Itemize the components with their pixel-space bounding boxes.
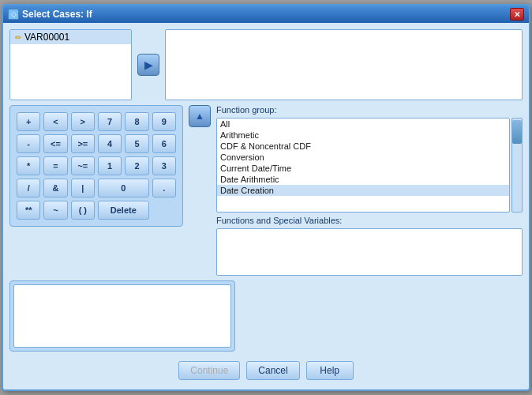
function-item-all[interactable]: All: [217, 118, 509, 130]
bottom-expression-panel: [9, 280, 235, 352]
btn-8[interactable]: 8: [125, 112, 148, 131]
variable-list[interactable]: ✏ VAR00001: [9, 29, 132, 100]
cancel-button[interactable]: Cancel: [246, 361, 299, 380]
btn-9[interactable]: 9: [152, 112, 176, 131]
btn-6[interactable]: 6: [152, 134, 176, 153]
close-button[interactable]: ✕: [510, 8, 524, 21]
up-arrow-button[interactable]: ▲: [189, 105, 211, 127]
bottom-area: [9, 280, 523, 352]
continue-button[interactable]: Continue: [178, 361, 240, 380]
btn-eq[interactable]: =: [43, 156, 67, 175]
function-item-cdf[interactable]: CDF & Noncentral CDF: [217, 141, 509, 152]
arrow-btn-area: ▶: [137, 29, 160, 100]
variable-label: VAR00001: [24, 32, 69, 43]
btn-lt[interactable]: <: [43, 112, 67, 131]
function-group-scrollbar[interactable]: [511, 118, 523, 213]
btn-3[interactable]: 3: [152, 156, 176, 175]
btn-pow[interactable]: **: [17, 201, 40, 220]
bottom-expression-box[interactable]: [13, 284, 231, 348]
top-section: ✏ VAR00001 ▶: [9, 29, 523, 100]
btn-lte[interactable]: <=: [43, 134, 67, 153]
btn-7[interactable]: 7: [98, 112, 122, 131]
footer: Continue Cancel Help: [9, 356, 523, 383]
btn-2[interactable]: 2: [125, 156, 148, 175]
functions-special-list[interactable]: [216, 228, 523, 276]
btn-dot[interactable]: .: [152, 179, 176, 198]
btn-minus[interactable]: -: [17, 134, 40, 153]
main-window: ◇ Select Cases: If ✕ ✏ VAR00001 ▶: [2, 4, 530, 391]
up-arrow-col: ▲: [188, 105, 212, 127]
pencil-icon: ✏: [15, 33, 21, 42]
btn-gt[interactable]: >: [71, 112, 95, 131]
variable-item[interactable]: ✏ VAR00001: [10, 30, 131, 44]
btn-1[interactable]: 1: [98, 156, 122, 175]
btn-and[interactable]: &: [43, 179, 67, 198]
expression-input-box[interactable]: [165, 29, 523, 100]
btn-paren[interactable]: ( ): [71, 201, 95, 220]
function-item-current-datetime[interactable]: Current Date/Time: [217, 163, 509, 174]
window-title: Select Cases: If: [22, 9, 92, 20]
btn-5[interactable]: 5: [125, 134, 148, 153]
btn-neq[interactable]: ~=: [71, 156, 95, 175]
function-group-label: Function group:: [216, 105, 523, 115]
help-button[interactable]: Help: [306, 361, 354, 380]
window-icon: ◇: [8, 9, 19, 20]
right-panel: Function group: All Arithmetic CDF & Non…: [216, 105, 523, 276]
btn-or[interactable]: |: [71, 179, 95, 198]
function-item-date-creation[interactable]: Date Creation: [217, 185, 509, 196]
right-bottom-panel: [240, 280, 523, 352]
btn-0[interactable]: 0: [98, 179, 149, 198]
calculator-panel: + < > 7 8 9 - <= >= 4 5 6 * = ~=: [9, 105, 183, 227]
functions-special-label: Functions and Special Variables:: [216, 216, 523, 225]
btn-plus[interactable]: +: [17, 112, 40, 131]
calc-grid: + < > 7 8 9 - <= >= 4 5 6 * = ~=: [17, 112, 176, 220]
function-item-conversion[interactable]: Conversion: [217, 152, 509, 163]
btn-div[interactable]: /: [17, 179, 40, 198]
btn-not[interactable]: ~: [43, 201, 67, 220]
transfer-arrow-button[interactable]: ▶: [137, 54, 159, 76]
function-group-list[interactable]: All Arithmetic CDF & Noncentral CDF Conv…: [216, 118, 510, 213]
btn-4[interactable]: 4: [98, 134, 122, 153]
title-bar: ◇ Select Cases: If ✕: [3, 6, 529, 23]
btn-delete[interactable]: Delete: [98, 201, 149, 220]
middle-section: + < > 7 8 9 - <= >= 4 5 6 * = ~=: [9, 105, 523, 276]
btn-mult[interactable]: *: [17, 156, 40, 175]
function-item-date-arithmetic[interactable]: Date Arithmetic: [217, 174, 509, 185]
btn-gte[interactable]: >=: [71, 134, 95, 153]
function-item-arithmetic[interactable]: Arithmetic: [217, 130, 509, 141]
title-bar-left: ◇ Select Cases: If: [8, 9, 92, 20]
content-area: ✏ VAR00001 ▶ + < > 7 8 9: [3, 23, 529, 389]
scrollbar-thumb: [512, 120, 522, 144]
